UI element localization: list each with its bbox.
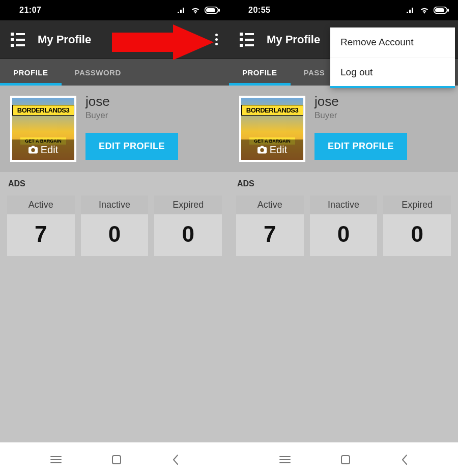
tabs: PROFILE PASSWORD	[0, 59, 229, 86]
ads-title: ADS	[8, 179, 222, 188]
overflow-menu: Remove Account Log out	[330, 27, 455, 87]
ads-section: ADS Active 7 Inactive 0 Expired 0	[229, 172, 458, 256]
avatar[interactable]: BORDERLANDS3 GET A BARGAIN Edit	[239, 96, 305, 162]
menu-item-remove-account[interactable]: Remove Account	[330, 27, 455, 58]
svg-rect-2	[218, 9, 220, 12]
ads-card-label: Inactive	[81, 195, 149, 214]
ads-card-value: 0	[154, 214, 222, 256]
tab-password[interactable]: PASSWORD	[62, 59, 134, 86]
svg-rect-1	[206, 8, 215, 12]
ads-card-value: 7	[236, 214, 304, 256]
overflow-icon	[215, 34, 218, 45]
avatar-edit-overlay[interactable]: Edit	[241, 139, 303, 160]
profile-role: Buyer	[85, 110, 219, 121]
body: BORDERLANDS3 GET A BARGAIN Edit jose Buy…	[229, 86, 458, 443]
ads-card-value: 0	[81, 214, 149, 256]
ads-grid: Active 7 Inactive 0 Expired 0	[236, 195, 451, 256]
app-bar: My Profile	[0, 20, 229, 59]
phone-left: 21:07 My Profile PROFILE PASSWO	[0, 0, 229, 476]
tab-profile[interactable]: PROFILE	[0, 59, 62, 86]
profile-meta: jose Buyer EDIT PROFILE	[85, 96, 219, 160]
status-time: 20:55	[248, 6, 270, 15]
nav-home-icon[interactable]	[111, 455, 122, 465]
avatar[interactable]: BORDERLANDS3 GET A BARGAIN Edit	[10, 96, 76, 162]
menu-icon[interactable]	[10, 33, 25, 47]
status-icons	[177, 6, 220, 14]
svg-rect-3	[112, 456, 121, 464]
ads-card-inactive[interactable]: Inactive 0	[310, 195, 378, 256]
ads-card-inactive[interactable]: Inactive 0	[81, 195, 149, 256]
hamburger-icon	[240, 33, 254, 47]
ads-card-label: Expired	[154, 195, 222, 214]
nav-recent-icon[interactable]	[50, 455, 62, 464]
status-bar: 20:55	[229, 0, 458, 20]
svg-rect-8	[341, 456, 350, 464]
page-title: My Profile	[267, 33, 320, 46]
avatar-edit-overlay[interactable]: Edit	[12, 139, 74, 160]
svg-rect-6	[435, 8, 444, 12]
status-time: 21:07	[19, 6, 41, 15]
tab-profile[interactable]: PROFILE	[229, 59, 291, 86]
ads-card-active[interactable]: Active 7	[7, 195, 75, 256]
camera-icon	[28, 146, 38, 154]
wifi-icon	[190, 6, 201, 14]
svg-rect-7	[447, 9, 449, 12]
profile-role: Buyer	[314, 110, 448, 121]
ads-title: ADS	[237, 179, 451, 188]
nav-back-icon[interactable]	[171, 454, 180, 465]
overflow-button[interactable]	[209, 34, 224, 45]
ads-card-label: Expired	[383, 195, 451, 214]
ads-card-value: 7	[7, 214, 75, 256]
camera-icon	[257, 146, 267, 154]
status-bar: 21:07	[0, 0, 229, 20]
menu-underline	[330, 86, 455, 88]
nav-back-icon[interactable]	[400, 454, 409, 465]
menu-item-logout[interactable]: Log out	[330, 58, 455, 87]
nav-home-icon[interactable]	[340, 455, 351, 465]
ads-card-active[interactable]: Active 7	[236, 195, 304, 256]
ads-card-value: 0	[383, 214, 451, 256]
ads-card-value: 0	[310, 214, 378, 256]
avatar-edit-label: Edit	[41, 144, 58, 156]
ads-card-label: Inactive	[310, 195, 378, 214]
profile-name: jose	[314, 94, 448, 109]
hamburger-icon	[11, 33, 25, 47]
profile-name: jose	[85, 94, 219, 109]
ads-card-label: Active	[236, 195, 304, 214]
edit-profile-button[interactable]: EDIT PROFILE	[314, 133, 407, 160]
ads-section: ADS Active 7 Inactive 0 Expired 0	[0, 172, 229, 256]
battery-icon	[205, 7, 220, 14]
battery-icon	[434, 7, 449, 14]
ads-card-expired[interactable]: Expired 0	[383, 195, 451, 256]
wifi-icon	[419, 6, 430, 14]
signal-icon	[406, 7, 415, 14]
profile-meta: jose Buyer EDIT PROFILE	[314, 96, 448, 160]
avatar-edit-label: Edit	[270, 144, 287, 156]
signal-icon	[177, 7, 186, 14]
nav-recent-icon[interactable]	[279, 455, 291, 464]
ads-card-label: Active	[7, 195, 75, 214]
status-icons	[406, 6, 449, 14]
phone-right: 20:55 My Profile PROFILE PASS	[229, 0, 458, 476]
ads-card-expired[interactable]: Expired 0	[154, 195, 222, 256]
profile-header: BORDERLANDS3 GET A BARGAIN Edit jose Buy…	[229, 86, 458, 172]
menu-icon[interactable]	[239, 33, 254, 47]
page-title: My Profile	[38, 33, 91, 46]
body: BORDERLANDS3 GET A BARGAIN Edit jose Buy…	[0, 86, 229, 443]
avatar-banner-top: BORDERLANDS3	[12, 105, 74, 116]
ads-grid: Active 7 Inactive 0 Expired 0	[7, 195, 222, 256]
profile-header: BORDERLANDS3 GET A BARGAIN Edit jose Buy…	[0, 86, 229, 172]
edit-profile-button[interactable]: EDIT PROFILE	[85, 133, 178, 160]
system-nav	[229, 442, 458, 476]
avatar-banner-top: BORDERLANDS3	[241, 105, 303, 116]
system-nav	[0, 442, 229, 476]
